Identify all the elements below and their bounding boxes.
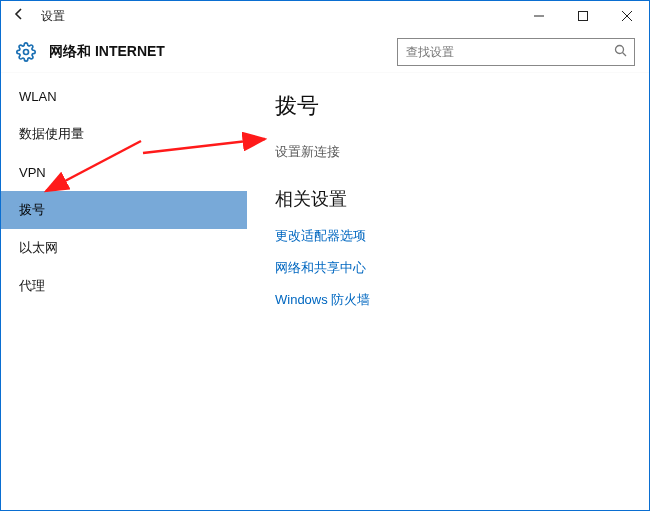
search-icon (612, 44, 628, 60)
window-controls (517, 1, 649, 31)
link-adapter-options[interactable]: 更改适配器选项 (275, 227, 631, 245)
svg-rect-1 (579, 12, 588, 21)
sidebar-item-label: WLAN (19, 89, 57, 104)
search-input[interactable] (406, 45, 612, 59)
sidebar-item-wlan[interactable]: WLAN (1, 77, 247, 115)
sidebar-item-vpn[interactable]: VPN (1, 153, 247, 191)
search-box[interactable] (397, 38, 635, 66)
svg-point-5 (615, 45, 623, 53)
svg-point-4 (24, 49, 29, 54)
page-heading: 拨号 (275, 91, 631, 121)
sidebar-item-label: 代理 (19, 277, 45, 295)
link-network-sharing[interactable]: 网络和共享中心 (275, 259, 631, 277)
sidebar-item-label: VPN (19, 165, 46, 180)
gear-icon (15, 41, 37, 63)
category-title: 网络和 INTERNET (49, 43, 165, 61)
minimize-button[interactable] (517, 1, 561, 31)
sidebar-item-label: 数据使用量 (19, 125, 84, 143)
titlebar: 设置 (1, 1, 649, 31)
svg-line-6 (622, 52, 626, 56)
back-button[interactable] (7, 1, 31, 31)
sidebar: WLAN 数据使用量 VPN 拨号 以太网 代理 (1, 73, 247, 510)
settings-window: 设置 网络和 INTERNET WLAN 数据使用量 VPN 拨号 (0, 0, 650, 511)
sidebar-item-label: 以太网 (19, 239, 58, 257)
link-firewall[interactable]: Windows 防火墙 (275, 291, 631, 309)
header: 网络和 INTERNET (1, 31, 649, 73)
body: WLAN 数据使用量 VPN 拨号 以太网 代理 拨号 设置新连接 相关设置 更… (1, 73, 649, 510)
main-panel: 拨号 设置新连接 相关设置 更改适配器选项 网络和共享中心 Windows 防火… (247, 73, 649, 510)
sidebar-item-dialup[interactable]: 拨号 (1, 191, 247, 229)
related-heading: 相关设置 (275, 187, 631, 211)
new-connection-link[interactable]: 设置新连接 (275, 143, 631, 161)
sidebar-item-proxy[interactable]: 代理 (1, 267, 247, 305)
close-button[interactable] (605, 1, 649, 31)
sidebar-item-ethernet[interactable]: 以太网 (1, 229, 247, 267)
window-title: 设置 (41, 8, 65, 25)
maximize-button[interactable] (561, 1, 605, 31)
sidebar-item-label: 拨号 (19, 201, 45, 219)
sidebar-item-data-usage[interactable]: 数据使用量 (1, 115, 247, 153)
